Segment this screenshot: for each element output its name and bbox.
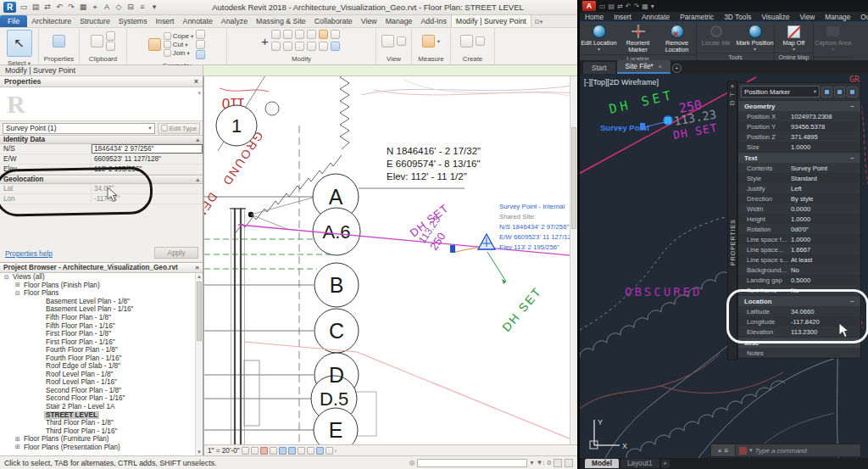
- toolbar-icon[interactable]: ▦: [642, 3, 648, 10]
- property-row[interactable]: Position Z 371.4895: [738, 131, 860, 142]
- preview-scroll-icon[interactable]: ▾: [198, 90, 201, 97]
- tree-item[interactable]: Fourth Floor Plan - 1/8": [0, 346, 203, 355]
- toggle-pickadd-icon[interactable]: [821, 87, 832, 98]
- properties-help-link[interactable]: Properties help: [5, 249, 53, 258]
- toolbar-icon[interactable]: ⌖: [90, 2, 100, 13]
- tree-item[interactable]: Third Floor Plan - 1/8": [0, 419, 203, 427]
- property-row[interactable]: Text frame No: [738, 285, 860, 295]
- scroll-down-icon[interactable]: ▼: [196, 449, 203, 455]
- property-row[interactable]: Height 1.0000: [738, 214, 860, 224]
- scrollbar[interactable]: [570, 76, 577, 444]
- ribbon-tab[interactable]: Output: [855, 13, 868, 21]
- property-row[interactable]: Direction By style: [738, 193, 860, 204]
- property-row[interactable]: Landing gap 0.5000: [738, 275, 860, 285]
- tree-item[interactable]: Fifth Floor Plan - 1/8": [0, 314, 203, 322]
- property-row[interactable]: Longitude -117.8420: [738, 316, 860, 327]
- sun-path-icon[interactable]: [260, 447, 268, 455]
- ribbon-tab[interactable]: Architecture: [27, 15, 75, 27]
- ribbon-tab[interactable]: 3D Tools: [719, 13, 756, 21]
- property-row[interactable]: Lon -117.84°: [0, 194, 203, 204]
- toolbar-icon[interactable]: ↷: [66, 2, 76, 13]
- edit-location-button[interactable]: Edit Location▾: [580, 24, 618, 53]
- trim-icon[interactable]: [319, 30, 328, 39]
- command-input[interactable]: ▾ Type a command: [736, 444, 861, 457]
- tree-item[interactable]: STREET LEVEL: [0, 410, 203, 419]
- customize-icon[interactable]: ≡: [725, 447, 729, 455]
- quick-select-icon[interactable]: [847, 87, 858, 98]
- offset-icon[interactable]: [283, 30, 292, 39]
- ribbon-tab[interactable]: Structure: [75, 15, 114, 27]
- toolbar-icon[interactable]: ◇: [114, 2, 124, 13]
- tree-item[interactable]: Fifth Floor Plan - 1/16": [0, 321, 203, 330]
- mark-position-button[interactable]: Mark Position▾: [736, 24, 774, 53]
- ribbon-tab[interactable]: File: [0, 15, 27, 27]
- cut-button[interactable]: Cut▾: [164, 41, 193, 48]
- wall-icon[interactable]: [196, 40, 205, 49]
- property-row[interactable]: Notes: [738, 348, 860, 358]
- select-toggle-icon[interactable]: [554, 459, 562, 467]
- scrollbar-thumb[interactable]: [571, 127, 576, 229]
- view-scale[interactable]: 1" = 20'-0": [208, 447, 240, 455]
- copy-icon[interactable]: [106, 31, 115, 41]
- worksets-icon[interactable]: ◎: [409, 459, 415, 466]
- new-tab-button[interactable]: +: [672, 64, 682, 73]
- locate-me-button[interactable]: Locate Me: [697, 24, 735, 47]
- autocad-drawing-area[interactable]: [-][Top][2D Wireframe] DH SET Survey Poi…: [580, 74, 868, 458]
- cope-button[interactable]: Cope▾: [164, 32, 193, 40]
- ribbon-tab[interactable]: Analyze: [217, 15, 252, 27]
- ribbon-tab[interactable]: Systems: [114, 15, 152, 27]
- property-row[interactable]: Contents Survey Point: [738, 163, 860, 173]
- ribbon-tab[interactable]: View: [794, 13, 820, 21]
- ribbon-tab[interactable]: Manage: [820, 13, 855, 21]
- tree-item[interactable]: First Floor Plan - 1/8": [0, 330, 203, 338]
- tree-expand-icon[interactable]: ⊞: [14, 282, 22, 288]
- map-off-button[interactable]: Map Off▾: [775, 24, 813, 53]
- property-row[interactable]: Line space... 1.6667: [738, 244, 860, 254]
- toolbar-icon[interactable]: A: [102, 2, 112, 13]
- property-row[interactable]: Elevation 113.2300: [738, 327, 860, 337]
- toolbar-icon[interactable]: ↷: [634, 3, 640, 10]
- tab-start[interactable]: Start: [583, 62, 615, 74]
- mirror-icon[interactable]: [295, 30, 304, 39]
- demolish-icon[interactable]: [196, 50, 205, 59]
- property-row[interactable]: Position X 1024973.2308: [738, 111, 860, 121]
- toolbar-icon[interactable]: ▾: [149, 2, 159, 13]
- links-toggle-icon[interactable]: [565, 459, 573, 467]
- tree-item[interactable]: Second Floor Plan - 1/16": [0, 394, 203, 403]
- ribbon-tab[interactable]: Manage: [381, 15, 417, 27]
- tree-expand-icon[interactable]: ⊟: [3, 274, 11, 281]
- apply-button[interactable]: Apply: [154, 247, 198, 259]
- filter-icon[interactable]: ▼:: [536, 459, 544, 466]
- pin-icon[interactable]: [307, 42, 316, 51]
- tree-item[interactable]: Roof Level Plan - 1/8": [0, 371, 203, 379]
- property-row[interactable]: Latitude 34.0660: [738, 306, 860, 316]
- constraints-icon[interactable]: [326, 447, 333, 455]
- tree-item[interactable]: Third Floor Plan - 1/16": [0, 427, 203, 435]
- tree-item[interactable]: Second Floor Plan - 1/8": [0, 387, 203, 395]
- modify-button[interactable]: ↖: [7, 30, 32, 57]
- autohide-icon[interactable]: ⊢: [730, 92, 735, 98]
- toolbar-icon[interactable]: ▭: [19, 2, 29, 13]
- worksharing-icon[interactable]: [316, 447, 324, 455]
- scroll-up-icon[interactable]: ▲: [196, 274, 203, 279]
- copy-tool-icon[interactable]: [271, 42, 281, 51]
- workset-select[interactable]: [417, 459, 527, 467]
- ribbon-tab[interactable]: Modify | Survey Point: [451, 14, 531, 27]
- rotate-icon[interactable]: [307, 30, 316, 39]
- split-icon[interactable]: [331, 30, 340, 39]
- close-icon[interactable]: ×: [194, 77, 198, 86]
- toolbar-icon[interactable]: ↶: [626, 3, 632, 10]
- select-objects-icon[interactable]: [834, 87, 845, 98]
- ribbon-tab[interactable]: Insert: [152, 15, 179, 27]
- chevron-down-icon[interactable]: ▾: [530, 459, 533, 466]
- ribbon-tab[interactable]: Visualize: [756, 13, 794, 21]
- section-text[interactable]: Text−: [738, 152, 860, 163]
- type-selector[interactable]: Survey Point (1)▾: [3, 123, 155, 134]
- tree-item[interactable]: Basement Level Plan - 1/16": [0, 305, 203, 314]
- section-location[interactable]: Location−: [738, 295, 860, 306]
- property-row[interactable]: Style Standard: [738, 173, 860, 183]
- array-icon[interactable]: [283, 42, 292, 51]
- close-icon[interactable]: ×: [659, 64, 662, 70]
- ribbon-tab[interactable]: Collaborate: [310, 15, 357, 27]
- tree-item[interactable]: ⊟ Floor Plans: [0, 289, 203, 298]
